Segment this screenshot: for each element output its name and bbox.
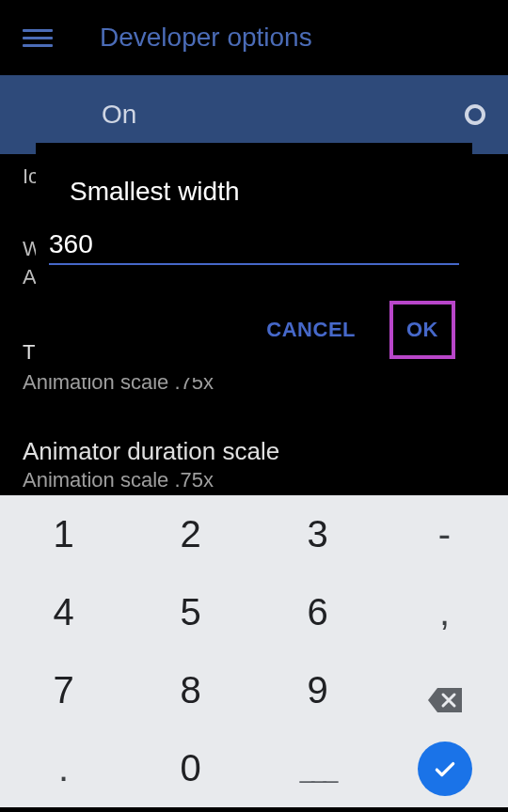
key-enter[interactable] xyxy=(381,729,508,807)
smallest-width-dialog: Smallest width CANCEL OK xyxy=(36,143,472,378)
hamburger-menu-icon[interactable] xyxy=(23,29,53,47)
key-1[interactable]: 1 xyxy=(0,495,127,573)
cancel-button[interactable]: CANCEL xyxy=(259,306,363,353)
toggle-switch-icon[interactable] xyxy=(465,104,485,125)
key-3[interactable]: 3 xyxy=(254,495,381,573)
backspace-icon xyxy=(428,679,462,703)
key-8[interactable]: 8 xyxy=(127,651,254,729)
key-9[interactable]: 9 xyxy=(254,651,381,729)
key-space[interactable]: ___ xyxy=(254,729,381,807)
dialog-title: Smallest width xyxy=(70,177,438,207)
toggle-label: On xyxy=(102,100,136,130)
key-0[interactable]: 0 xyxy=(127,729,254,807)
bg-text-fragment: A xyxy=(23,265,37,289)
dialog-actions: CANCEL OK xyxy=(49,293,459,368)
key-5[interactable]: 5 xyxy=(127,573,254,651)
key-period[interactable]: . xyxy=(0,729,127,807)
key-2[interactable]: 2 xyxy=(127,495,254,573)
key-comma[interactable]: , xyxy=(381,573,508,651)
key-4[interactable]: 4 xyxy=(0,573,127,651)
numeric-keyboard: 1 2 3 - 4 5 6 , 7 8 9 . 0 ___ xyxy=(0,495,508,807)
bottom-bar xyxy=(0,807,508,812)
bg-text-fragment: T xyxy=(23,340,35,365)
key-6[interactable]: 6 xyxy=(254,573,381,651)
key-dash[interactable]: - xyxy=(381,495,508,573)
enter-fab-icon xyxy=(418,742,472,796)
animator-duration-title: Animator duration scale xyxy=(23,437,279,466)
key-7[interactable]: 7 xyxy=(0,651,127,729)
smallest-width-input[interactable] xyxy=(49,226,459,265)
ok-button[interactable]: OK xyxy=(393,304,452,355)
key-backspace[interactable] xyxy=(381,651,508,729)
animator-duration-value: Animation scale .75x xyxy=(23,468,214,492)
app-bar: Developer options xyxy=(0,0,508,75)
appbar-title: Developer options xyxy=(100,23,312,53)
ok-button-highlight: OK xyxy=(389,301,455,359)
